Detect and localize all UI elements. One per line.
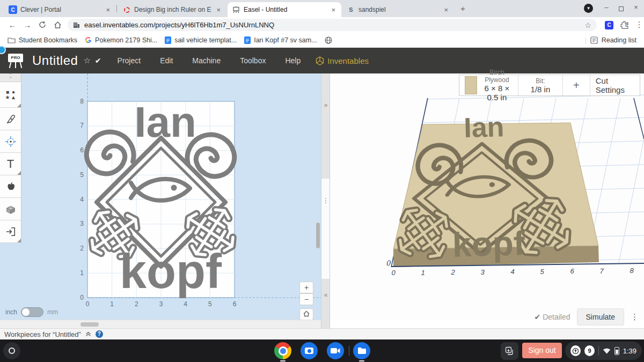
doc-icon	[244, 36, 251, 44]
browser-menu-icon[interactable]: ⋮	[633, 19, 644, 31]
project-title[interactable]: Untitled	[32, 53, 78, 68]
bit-selector[interactable]: Bit: 1/8 in	[518, 75, 563, 95]
tab-design-ruler[interactable]: Design Big inch Ruler on Easel - ×	[118, 2, 226, 17]
chromeos-shelf: Sign out 9 1:39	[0, 339, 644, 362]
site-info-icon[interactable]	[73, 21, 80, 28]
media-controls-icon[interactable]: ▾	[584, 4, 593, 13]
design-library-tool[interactable]	[0, 175, 21, 198]
unit-toggle-switch[interactable]	[21, 307, 43, 317]
svg-text:5: 5	[540, 268, 544, 276]
zoom-in-button[interactable]: +	[299, 282, 313, 293]
launcher-button[interactable]	[3, 342, 20, 359]
workpieces-label: Workpieces for “Untitled”	[4, 330, 81, 338]
new-tab-button[interactable]: +	[460, 4, 465, 13]
bookmark-star-icon[interactable]: ☆	[584, 21, 591, 29]
tab-easel-active[interactable]: Easel - Untitled ×	[228, 2, 341, 17]
favorite-star-icon[interactable]: ☆	[83, 56, 90, 65]
menu-edit[interactable]: Edit	[160, 56, 173, 65]
svg-text:1: 1	[110, 300, 114, 308]
tab-close-icon[interactable]: ×	[442, 6, 450, 14]
horizontal-scroll-area	[0, 320, 321, 328]
bookmark-globe[interactable]	[325, 36, 332, 44]
help-icon[interactable]: ?	[96, 330, 103, 338]
3d-brick-tool[interactable]	[0, 198, 21, 220]
clock: 1:39	[623, 347, 636, 355]
collapse-palette-icon[interactable]: ⌃⌃	[0, 73, 21, 82]
address-bar[interactable]: easel.inventables.com/projects/yH6lT6Hb1…	[68, 19, 597, 31]
collapse-left-icon[interactable]: «	[323, 291, 329, 299]
expand-right-icon[interactable]: »	[323, 101, 329, 109]
menu-machine[interactable]: Machine	[192, 56, 221, 65]
divider-drag-handle[interactable]: ⋮	[323, 197, 329, 204]
svg-text:8: 8	[630, 267, 634, 275]
simulate-menu-icon[interactable]: ⋮	[631, 312, 639, 322]
window-restore-button[interactable]	[616, 5, 626, 13]
zoom-home-button[interactable]	[299, 308, 313, 320]
camera-app-icon[interactable]	[301, 342, 318, 359]
menu-help[interactable]: Help	[285, 56, 301, 65]
bookmark-ian-kopf[interactable]: Ian Kopf #7 sv sam...	[244, 36, 317, 44]
clever-extension-icon[interactable]: C	[603, 19, 615, 31]
x-ruler: 01 23 45 6	[86, 300, 237, 308]
window-minimize-button[interactable]: –	[601, 3, 612, 11]
menu-toolbox[interactable]: Toolbox	[240, 56, 266, 65]
tab-sandspiel[interactable]: S sandspiel ×	[342, 2, 454, 17]
cut-settings-button[interactable]: Cut Settings	[590, 75, 640, 95]
window-close-button[interactable]: ×	[631, 3, 641, 11]
detailed-toggle[interactable]: ✔ Detailed	[535, 313, 570, 321]
browser-toolbar: ← → easel.inventables.com/projects/yH6lT…	[0, 17, 644, 33]
reading-list[interactable]: | Reading list	[584, 36, 636, 44]
carved-text-bottom: kopf	[452, 224, 526, 264]
shapes-tool[interactable]: ■●★▲	[0, 82, 21, 108]
material-selector[interactable]: Birch Plywood 6 × 8 × 0.5 in	[459, 75, 518, 95]
chrome-running-indicator	[280, 360, 286, 361]
bookmark-sail-vehicle[interactable]: sail vehicle templat...	[165, 36, 237, 44]
text-tool[interactable]: T	[0, 153, 21, 175]
tab-close-icon[interactable]: ×	[330, 6, 337, 14]
video-app-icon[interactable]	[327, 342, 344, 359]
extensions-puzzle-icon[interactable]	[618, 19, 630, 31]
vertical-scrollbar[interactable]	[316, 223, 320, 248]
x-axis-labels-3d: 01 23 45 67 8	[391, 267, 634, 277]
tab-close-icon[interactable]: ×	[215, 6, 222, 14]
svg-text:6: 6	[80, 146, 84, 154]
back-icon[interactable]: ←	[6, 19, 18, 31]
panel-divider[interactable]: » ⋮ «	[321, 73, 330, 328]
check-icon: ✔	[535, 313, 543, 321]
zoom-out-button[interactable]: −	[299, 293, 313, 305]
home-icon[interactable]	[52, 19, 63, 31]
forward-icon[interactable]: →	[21, 19, 33, 31]
tab-close-icon[interactable]: ×	[104, 6, 112, 14]
bookmark-folder[interactable]: Student Bookmarks	[8, 36, 77, 44]
tab-title: Easel - Untitled	[244, 6, 326, 13]
bookmark-pokemon[interactable]: Pokemon 2179 Shi...	[85, 36, 157, 44]
screen-capture-tray-icon[interactable]	[501, 342, 518, 360]
easel-favicon	[232, 5, 240, 14]
axis-right	[634, 98, 644, 139]
easel-pro-logo[interactable]: PRO	[6, 52, 25, 69]
tab-clever[interactable]: C Clever | Portal ×	[4, 2, 116, 17]
simulate-button[interactable]: Simulate	[577, 308, 624, 326]
pen-tool[interactable]	[0, 108, 21, 130]
tab-separator	[116, 5, 117, 12]
design-canvas[interactable]: 87 65 43 21 0 01 23 45 6	[0, 73, 321, 320]
collapse-up-icon[interactable]	[85, 331, 91, 337]
google-g-icon	[85, 36, 92, 43]
horizontal-scrollbar[interactable]	[80, 322, 99, 327]
tab-title: sandspiel	[358, 6, 439, 13]
svg-text:7: 7	[80, 122, 84, 129]
add-bit-button[interactable]: +	[563, 75, 590, 95]
chrome-app-icon[interactable]	[274, 342, 291, 359]
drill-point-tool[interactable]	[0, 130, 21, 153]
menu-project[interactable]: Project	[118, 56, 141, 65]
preview-3d-view[interactable]: Ian kopf 01 23 45 67 8 0	[330, 73, 644, 320]
files-app-icon[interactable]	[353, 342, 370, 359]
import-tool[interactable]	[0, 220, 21, 243]
origin-label-3d: 0	[386, 259, 391, 267]
inventables-brand[interactable]: Inventables	[316, 56, 369, 65]
svg-text:5: 5	[208, 300, 212, 308]
sign-out-button[interactable]: Sign out	[522, 343, 562, 358]
status-tray[interactable]: 9 1:39	[565, 342, 642, 360]
reload-icon[interactable]	[36, 19, 48, 31]
unit-toggle[interactable]: inch mm	[5, 307, 58, 317]
